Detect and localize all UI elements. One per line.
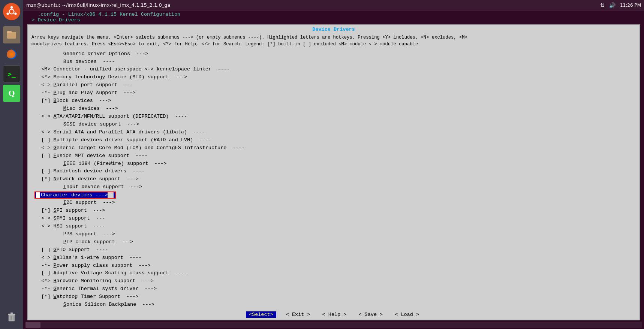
list-item: PPS support ---> <box>28 230 640 238</box>
list-item: IEEE 1394 (FireWire) support ---> <box>28 160 640 168</box>
terminal-title: mzx@ubuntu: ~/imx6ull/linux-imx-rel_imx_… <box>26 2 170 8</box>
svg-point-3 <box>6 12 9 15</box>
list-item: [ ] Multiple devices driver support (RAI… <box>28 136 640 144</box>
character-devices-row[interactable]: Character devices ---> <box>28 191 640 199</box>
list-item: <*> Hardware Monitoring support ---> <box>28 277 640 285</box>
list-item: -*- Generic Thermal sysfs driver ---> <box>28 285 640 293</box>
clock: 11:26 PM <box>620 3 641 8</box>
config-path-line: .config - Linux/x86 4.1.15 Kernel Config… <box>25 12 642 17</box>
menu-list[interactable]: Generic Driver Options ---> Bus devices … <box>28 49 640 309</box>
ubuntu-logo <box>6 6 18 18</box>
list-item: Input device support ---> <box>28 183 640 191</box>
character-devices-label: Character devices <box>41 192 93 198</box>
volume-icon: 🔊 <box>609 2 616 8</box>
character-devices-highlighted[interactable]: Character devices ---> <box>34 191 116 199</box>
trash-icon[interactable] <box>3 308 20 325</box>
svg-point-4 <box>14 12 16 15</box>
button-bar: <Select> < Exit > < Help > < Save > < Lo… <box>28 309 640 320</box>
exit-button[interactable]: < Exit > <box>284 311 313 318</box>
list-item: Bus devices ---- <box>28 58 640 66</box>
firefox-icon[interactable] <box>3 46 20 63</box>
list-item: [ ] Adaptive Voltage Scaling class suppo… <box>28 269 640 277</box>
scrollbar[interactable] <box>25 322 642 328</box>
list-item: PTP clock support ---> <box>28 238 640 246</box>
list-item: -*- Power supply class support ---> <box>28 262 640 270</box>
list-item: < > Dallas's 1-wire support ---- <box>28 254 640 262</box>
list-item: [*] Block devices ---> <box>28 97 640 105</box>
list-item: [ ] GPIO Support ---- <box>28 246 640 254</box>
svg-point-2 <box>10 6 13 9</box>
help-button[interactable]: < Help > <box>320 311 349 318</box>
menuconfig-container: Device Drivers Arrow keys navigate the m… <box>27 24 640 320</box>
list-item: [ ] Fusion MPT device support ---- <box>28 152 640 160</box>
ubuntu-icon[interactable] <box>3 3 20 20</box>
save-button[interactable]: < Save > <box>356 311 385 318</box>
list-item: < > Serial ATA and Parallel ATA drivers … <box>28 129 640 136</box>
list-item: < > Generic Target Core Mod (TCM) and Co… <box>28 144 640 152</box>
list-item: SCSI device support ---> <box>28 121 640 129</box>
list-item: [*] Network device support ---> <box>28 175 640 183</box>
breadcrumb-line: > Device Drivers <box>25 17 642 23</box>
files-icon[interactable] <box>3 26 20 43</box>
list-item: < > SPMI support --- <box>28 215 640 223</box>
list-item: < > Parallel port support --- <box>28 81 640 89</box>
list-item: Generic Driver Options ---> <box>28 50 640 58</box>
scrollbar-thumb[interactable] <box>25 322 40 328</box>
list-item: Sonics Silicon Backplane ---> <box>28 301 640 309</box>
svg-rect-6 <box>7 31 12 33</box>
list-item: [ ] Macintosh device drivers ---- <box>28 167 640 175</box>
select-button[interactable]: <Select> <box>246 311 276 318</box>
list-item: Misc devices ---> <box>28 105 640 113</box>
list-item: [*] Watchdog Timer Support ---> <box>28 293 640 301</box>
list-item: < > HSI support ---- <box>28 223 640 230</box>
menuconfig-title: Device Drivers <box>28 25 640 33</box>
terminal-titlebar: mzx@ubuntu: ~/imx6ull/linux-imx-rel_imx_… <box>23 0 644 10</box>
list-item: <*> Memory Technology Device (MTD) suppo… <box>28 73 640 81</box>
list-item: <M> Connector - unified userspace <-> ke… <box>28 66 640 73</box>
list-item: -*- Plug and Play support ---> <box>28 89 640 97</box>
list-item: [*] SPI support ---> <box>28 207 640 215</box>
terminal-status-right: ⇅ 🔊 11:26 PM <box>600 2 641 8</box>
svg-rect-11 <box>8 314 15 315</box>
load-button[interactable]: < Load > <box>392 311 421 318</box>
instructions: Arrow keys navigate the menu. <Enter> se… <box>28 33 640 49</box>
network-icon: ⇅ <box>600 2 605 8</box>
terminal-icon[interactable]: >_ <box>3 65 20 82</box>
terminal-window: mzx@ubuntu: ~/imx6ull/linux-imx-rel_imx_… <box>23 0 644 329</box>
list-item: I2C support ---> <box>28 199 640 207</box>
qt-icon[interactable]: Q <box>3 85 20 102</box>
taskbar: >_ Q <box>0 0 23 329</box>
svg-rect-12 <box>10 313 13 314</box>
list-item: < > ATA/ATAPI/MFM/RLL support (DEPRECATE… <box>28 113 640 121</box>
